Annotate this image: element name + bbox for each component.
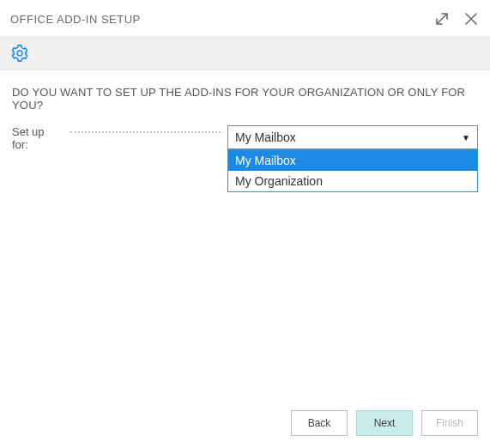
footer: Back Next Finish: [291, 410, 478, 436]
back-button[interactable]: Back: [291, 410, 348, 436]
label-dots: [70, 125, 221, 133]
setup-row: Set up for: My Mailbox ▼ My Mailbox My O…: [12, 125, 478, 151]
option-my-organization[interactable]: My Organization: [228, 171, 477, 191]
chevron-down-icon: ▼: [462, 133, 470, 142]
gear-icon[interactable]: [10, 44, 480, 63]
svg-point-0: [17, 51, 22, 56]
titlebar: OFFICE ADD-IN SETUP: [0, 0, 490, 36]
close-icon[interactable]: [463, 10, 480, 27]
toolbar: [0, 36, 490, 70]
setup-for-label: Set up for:: [12, 125, 70, 151]
content: DO YOU WANT TO SET UP THE ADD-INS FOR YO…: [0, 70, 490, 166]
setup-question: DO YOU WANT TO SET UP THE ADD-INS FOR YO…: [12, 86, 478, 112]
next-button[interactable]: Next: [356, 410, 413, 436]
select-value: My Mailbox: [235, 130, 296, 144]
window-title: OFFICE ADD-IN SETUP: [10, 13, 141, 26]
finish-button: Finish: [421, 410, 478, 436]
titlebar-controls: [433, 10, 480, 27]
select-dropdown: My Mailbox My Organization: [227, 149, 478, 192]
expand-icon[interactable]: [433, 10, 451, 27]
select-value-box[interactable]: My Mailbox ▼: [227, 125, 478, 149]
setup-for-select[interactable]: My Mailbox ▼ My Mailbox My Organization: [227, 125, 478, 149]
option-my-mailbox[interactable]: My Mailbox: [228, 150, 477, 171]
